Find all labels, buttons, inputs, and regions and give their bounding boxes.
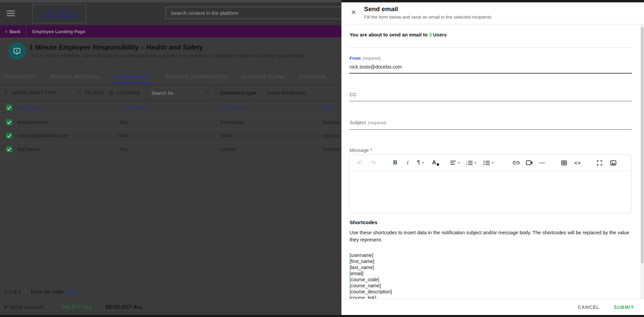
submit-button[interactable]: SUBMIT xyxy=(614,305,634,310)
table-row[interactable]: test.poweruser Test PowerUser test.pow xyxy=(0,115,341,129)
breadcrumb-caret-icon: ▸ xyxy=(261,91,263,95)
subject-field[interactable] xyxy=(350,119,631,124)
recipients-count: 3 xyxy=(429,32,432,37)
col-username[interactable]: USERNAME xyxy=(17,105,44,110)
tab-reports-deprecated[interactable]: REPORTS [DEPRECATED] xyxy=(165,70,227,83)
tab-training-material[interactable]: TRAINING MATERIAL xyxy=(49,70,100,83)
academy-logo[interactable]: · Tecnotree · ACADEMY xyxy=(32,4,86,23)
select-all-button[interactable]: SELECT ALL xyxy=(62,304,93,310)
back-chevron-icon: ‹ xyxy=(5,28,7,34)
shortcode: [course_name] xyxy=(350,283,392,289)
from-required-hint: (required) xyxy=(363,56,381,61)
logo-main-text: ACADEMY xyxy=(38,12,80,20)
tab-learning-plans[interactable]: LEARNING PLANS xyxy=(241,70,285,83)
italic-icon[interactable]: i xyxy=(407,155,408,170)
undo-icon[interactable]: ↶ xyxy=(357,155,362,170)
panel-subtitle: Fill the form below and send an email to… xyxy=(364,15,492,20)
horizontal-line-icon[interactable]: — xyxy=(539,155,545,170)
col-last-name[interactable]: LAST NAME xyxy=(220,105,247,110)
table-row[interactable]: test.learner Test Learner nicktosto xyxy=(0,142,341,156)
tab-catalogs[interactable]: CATALOGS xyxy=(299,70,326,83)
insert-image-icon[interactable] xyxy=(610,155,616,170)
filters-button[interactable]: FILTERS xyxy=(77,85,104,100)
divider xyxy=(26,25,26,37)
fullscreen-icon[interactable] xyxy=(597,155,602,170)
columns-icon xyxy=(109,90,114,95)
row-checkbox[interactable] xyxy=(6,119,12,125)
cc-field[interactable] xyxy=(350,91,631,96)
rows-per-page-select[interactable]: Auto xyxy=(67,289,78,294)
paragraph-glyph: ¶ xyxy=(417,159,420,166)
course-tabs: PROPERTIES TRAINING MATERIAL ENROLLMENTS… xyxy=(0,70,341,85)
enrollment-type-label: ENROLLMENT TYPE xyxy=(11,90,57,95)
page-breadcrumb-bar: ‹ Back Employee Landing Page xyxy=(0,25,341,37)
text-color-icon[interactable]: A xyxy=(432,155,439,170)
dropdown-caret-icon[interactable]: ▾ xyxy=(81,290,82,294)
range-label: 1-3 of 3 xyxy=(4,289,21,294)
back-button[interactable]: ‹ Back xyxy=(0,25,26,37)
divider xyxy=(25,289,26,295)
bold-icon[interactable]: B xyxy=(393,155,397,170)
redo-icon[interactable]: ↷ xyxy=(371,155,376,170)
close-icon[interactable]: ✕ xyxy=(351,8,356,16)
code-view-icon[interactable]: <> xyxy=(574,155,581,170)
enrollment-type-button[interactable]: ENROLLMENT TYPE xyxy=(3,85,57,100)
divider xyxy=(146,85,146,100)
from-label-text: From xyxy=(350,56,361,61)
deselect-all-button[interactable]: DESELECT ALL xyxy=(105,304,143,310)
editor-toolbar: ↶ ↷ B i ¶ ▾ A ▾ xyxy=(350,155,631,171)
select-all-checkbox[interactable] xyxy=(6,105,12,111)
message-required-mark: * xyxy=(371,148,372,153)
global-search-input[interactable] xyxy=(166,7,341,19)
unordered-list-icon[interactable]: ▾ xyxy=(483,155,494,170)
panel-scrollbar[interactable] xyxy=(640,24,644,299)
crumb-parent[interactable]: Enrollment type xyxy=(220,90,256,96)
course-thumbnail xyxy=(8,42,26,60)
tab-enrollments[interactable]: ENROLLMENTS xyxy=(114,70,151,83)
shortcodes-list: [username] [first_name] [last_name] [ema… xyxy=(350,252,392,301)
columns-label: COLUMNS xyxy=(117,90,140,95)
hamburger-menu-icon[interactable] xyxy=(7,9,15,18)
course-description: This 1 minute refresher video will help … xyxy=(29,53,334,58)
cell-last-name: Learner xyxy=(220,147,237,152)
cancel-button[interactable]: CANCEL xyxy=(578,305,599,310)
table-row[interactable]: nick.tosto@docebo.com Nick Tosto nick.to… xyxy=(0,129,341,143)
search-icon[interactable] xyxy=(204,90,210,96)
table-search-input[interactable] xyxy=(151,85,203,101)
row-checkbox[interactable] xyxy=(6,146,12,152)
col-email[interactable]: EMAIL xyxy=(323,105,337,110)
insert-table-icon[interactable] xyxy=(561,155,567,170)
paragraph-format-icon[interactable]: ¶ ▾ xyxy=(417,155,424,170)
insert-link-icon[interactable] xyxy=(513,155,520,170)
table-header-row: USERNAME FIRST NAME LAST NAME EMAIL xyxy=(0,100,341,116)
row-checkbox[interactable] xyxy=(6,133,12,139)
message-editor[interactable]: ↶ ↷ B i ¶ ▾ A ▾ xyxy=(349,155,632,213)
scrollbar-thumb[interactable] xyxy=(641,27,644,263)
background-page: · Tecnotree · ACADEMY ‹ Back Employee La… xyxy=(0,0,341,317)
recipients-prefix: You are about to send an email to xyxy=(350,32,428,37)
cell-username: test.poweruser xyxy=(17,120,48,125)
dropdown-caret-icon: ▾ xyxy=(475,161,476,164)
filters-icon xyxy=(77,90,82,95)
tab-properties[interactable]: PROPERTIES xyxy=(3,70,35,83)
from-field[interactable] xyxy=(350,64,631,70)
text-color-glyph: A xyxy=(432,159,436,166)
cell-email: nick.tost xyxy=(323,133,340,138)
message-label: Message* xyxy=(350,148,372,153)
divider xyxy=(341,24,644,24)
rows-per-page-label: Rows per page xyxy=(30,289,64,294)
divider xyxy=(349,47,632,48)
columns-button[interactable]: COLUMNS xyxy=(109,85,140,100)
text-align-icon[interactable]: ▾ xyxy=(450,155,460,170)
message-body-area[interactable] xyxy=(350,170,631,213)
selected-count: 3 xyxy=(4,304,7,310)
bottom-edge-strip xyxy=(0,315,644,317)
main-header: · Tecnotree · ACADEMY xyxy=(0,2,341,25)
subject-underline xyxy=(349,129,632,130)
insert-video-icon[interactable] xyxy=(526,155,533,170)
enrollment-type-icon xyxy=(3,90,9,96)
ordered-list-icon[interactable]: 123 ▾ xyxy=(466,155,476,170)
video-display-icon xyxy=(13,47,21,55)
col-first-name[interactable]: FIRST NAME xyxy=(119,105,147,110)
shortcode: [course_description] xyxy=(350,289,392,295)
